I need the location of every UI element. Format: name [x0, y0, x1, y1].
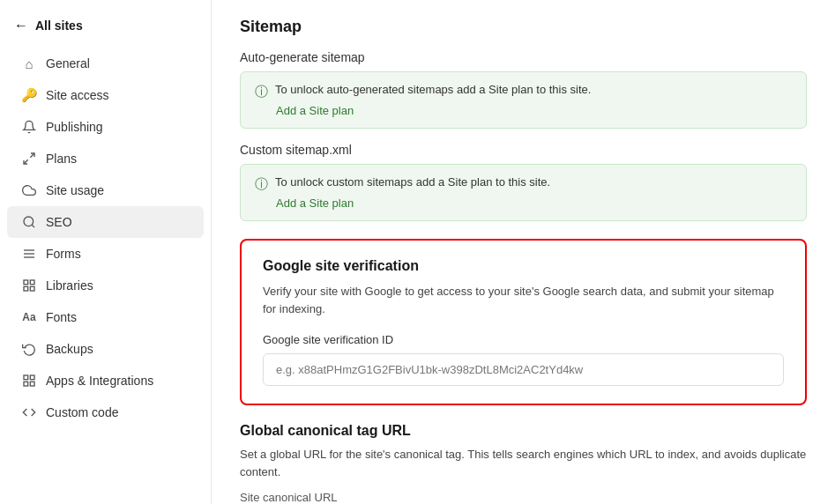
sidebar-item-apps-integrations[interactable]: Apps & Integrations [7, 365, 204, 397]
apps-icon [21, 373, 37, 389]
custom-sitemap-label: Custom sitemap.xml [240, 143, 807, 157]
sidebar-item-custom-code[interactable]: Custom code [7, 397, 204, 428]
sidebar-label-custom-code: Custom code [46, 405, 118, 419]
libraries-icon [21, 278, 37, 293]
google-verification-input[interactable] [263, 353, 784, 386]
canonical-sub-label: Site canonical URL [240, 491, 807, 504]
backups-icon [21, 341, 37, 357]
google-verification-section: Google site verification Verify your sit… [240, 239, 807, 405]
back-arrow-icon: ← [14, 18, 28, 33]
custom-sitemap-info-row: ⓘ To unlock custom sitemaps add a Site p… [255, 175, 792, 193]
page-title: Sitemap [240, 0, 807, 36]
auto-sitemap-label: Auto-generate sitemap [240, 50, 807, 64]
sidebar-label-publishing: Publishing [46, 120, 103, 134]
back-button[interactable]: ← All sites [0, 11, 211, 48]
svg-rect-13 [24, 382, 28, 386]
svg-rect-9 [24, 286, 28, 291]
sidebar-label-seo: SEO [46, 215, 72, 229]
svg-rect-10 [30, 286, 34, 291]
sidebar-label-site-usage: Site usage [46, 183, 104, 197]
sidebar-item-libraries[interactable]: Libraries [7, 270, 204, 301]
main-content: Sitemap Auto-generate sitemap ⓘ To unloc… [212, 0, 835, 504]
sidebar-item-site-access[interactable]: 🔑 Site access [7, 79, 204, 111]
key-icon: 🔑 [21, 87, 37, 103]
forms-icon [21, 246, 37, 262]
svg-rect-8 [30, 280, 34, 285]
auto-sitemap-info-row: ⓘ To unlock auto-generated sitemaps add … [255, 83, 792, 100]
svg-line-1 [24, 159, 28, 164]
custom-sitemap-add-plan-link[interactable]: Add a Site plan [276, 196, 792, 210]
svg-line-0 [30, 153, 34, 158]
sidebar-item-forms[interactable]: Forms [7, 238, 204, 270]
sidebar: ← All sites ⌂ General 🔑 Site access Publ… [0, 0, 212, 504]
plans-icon [21, 151, 37, 167]
sidebar-label-libraries: Libraries [46, 278, 93, 293]
sidebar-label-apps: Apps & Integrations [46, 374, 153, 388]
verification-input-label: Google site verification ID [263, 333, 784, 346]
svg-line-3 [32, 225, 34, 227]
auto-sitemap-add-plan-link[interactable]: Add a Site plan [276, 104, 792, 117]
sidebar-item-seo[interactable]: SEO [7, 206, 204, 238]
bell-icon [21, 119, 37, 135]
sidebar-item-site-usage[interactable]: Site usage [7, 174, 204, 206]
home-icon: ⌂ [21, 56, 37, 71]
sidebar-label-plans: Plans [46, 152, 77, 166]
google-verification-description: Verify your site with Google to get acce… [263, 283, 784, 317]
info-circle-icon: ⓘ [255, 84, 268, 100]
sidebar-item-general[interactable]: ⌂ General [7, 48, 204, 79]
sidebar-item-fonts[interactable]: Aa Fonts [7, 301, 204, 333]
sidebar-item-backups[interactable]: Backups [7, 333, 204, 365]
sidebar-label-backups: Backups [46, 342, 93, 356]
custom-sitemap-info-box: ⓘ To unlock custom sitemaps add a Site p… [240, 164, 807, 221]
canonical-section: Global canonical tag URL Set a global UR… [240, 423, 807, 504]
fonts-icon: Aa [21, 309, 37, 325]
svg-rect-12 [30, 375, 34, 380]
canonical-description: Set a global URL for the site's canonica… [240, 446, 807, 480]
svg-rect-7 [24, 280, 28, 285]
back-label: All sites [35, 19, 83, 33]
sidebar-label-fonts: Fonts [46, 310, 77, 324]
sidebar-item-plans[interactable]: Plans [7, 143, 204, 174]
svg-point-2 [24, 217, 34, 226]
cloud-icon [21, 182, 37, 198]
info-circle-icon-2: ⓘ [255, 176, 268, 193]
sidebar-label-site-access: Site access [46, 88, 109, 102]
sidebar-label-general: General [46, 56, 90, 70]
auto-sitemap-info-box: ⓘ To unlock auto-generated sitemaps add … [240, 71, 807, 129]
svg-rect-14 [30, 382, 34, 386]
code-icon [21, 404, 37, 420]
custom-sitemap-info-text: To unlock custom sitemaps add a Site pla… [275, 175, 550, 189]
svg-rect-11 [24, 375, 28, 380]
google-verification-title: Google site verification [263, 258, 784, 274]
sidebar-label-forms: Forms [46, 247, 81, 261]
auto-sitemap-info-text: To unlock auto-generated sitemaps add a … [275, 83, 591, 96]
sidebar-item-publishing[interactable]: Publishing [7, 111, 204, 143]
search-icon [21, 214, 37, 230]
canonical-title: Global canonical tag URL [240, 423, 807, 439]
